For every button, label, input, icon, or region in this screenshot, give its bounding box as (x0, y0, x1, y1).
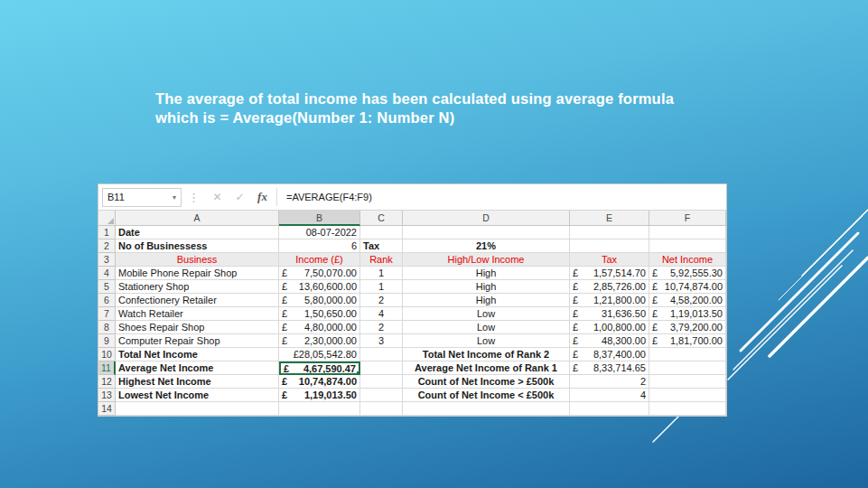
cell-D10[interactable]: Total Net Income of Rank 2 (403, 348, 570, 361)
cell-B1[interactable]: 08-07-2022 (279, 226, 360, 239)
col-header-B[interactable]: B (279, 211, 360, 226)
cell-C12[interactable] (360, 375, 403, 389)
row-header-2[interactable]: 2 (98, 239, 116, 253)
row-header-13[interactable]: 13 (98, 389, 116, 402)
cell-D9[interactable]: Low (403, 334, 570, 348)
cell-D8[interactable]: Low (403, 321, 570, 334)
cell-B10[interactable]: £28,05,542.80 (279, 348, 360, 361)
cell-B14[interactable] (279, 402, 360, 416)
cell-B13[interactable]: £1,19,013.50 (279, 389, 360, 402)
row-header-10[interactable]: 10 (98, 348, 116, 361)
cell-F10[interactable] (649, 348, 726, 361)
cell-C11[interactable] (360, 361, 403, 375)
cell-F12[interactable] (649, 375, 726, 389)
cell-F9[interactable]: £1,81,700.00 (649, 334, 726, 348)
cell-F3[interactable]: Net Income (649, 253, 726, 267)
row-header-6[interactable]: 6 (98, 294, 116, 307)
cell-A9[interactable]: Computer Repair Shop (116, 334, 279, 348)
cell-E14[interactable] (570, 402, 649, 416)
row-header-5[interactable]: 5 (98, 280, 116, 294)
cell-B2[interactable]: 6 (279, 239, 360, 253)
cell-E11[interactable]: £8,33,714.65 (570, 361, 649, 375)
row-header-14[interactable]: 14 (98, 402, 116, 416)
cell-A11[interactable]: Average Net Income (116, 361, 279, 375)
row-header-12[interactable]: 12 (98, 375, 116, 389)
cell-B12[interactable]: £10,74,874.00 (279, 375, 360, 389)
cell-F14[interactable] (649, 402, 726, 416)
col-header-E[interactable]: E (570, 211, 649, 226)
cell-F6[interactable]: £4,58,200.00 (649, 294, 726, 307)
cancel-icon[interactable]: ✕ (206, 191, 229, 203)
cell-C6[interactable]: 2 (360, 294, 403, 307)
cell-F5[interactable]: £10,74,874.00 (649, 280, 726, 294)
cell-E5[interactable]: £2,85,726.00 (570, 280, 649, 294)
cell-A4[interactable]: Mobile Phone Repair Shop (116, 267, 279, 280)
formula-input[interactable]: =AVERAGE(F4:F9) (280, 192, 372, 202)
cell-F4[interactable]: £5,92,555.30 (649, 267, 726, 280)
row-header-1[interactable]: 1 (98, 226, 116, 239)
cell-C10[interactable] (360, 348, 403, 361)
cell-B7[interactable]: £1,50,650.00 (279, 307, 360, 321)
cell-E7[interactable]: £31,636.50 (570, 307, 649, 321)
cell-D14[interactable] (403, 402, 570, 416)
cell-C14[interactable] (360, 402, 403, 416)
row-header-7[interactable]: 7 (98, 307, 116, 321)
cell-C4[interactable]: 1 (360, 267, 403, 280)
cell-D1[interactable] (403, 226, 570, 239)
cell-E1[interactable] (570, 226, 649, 239)
cell-C1[interactable] (360, 226, 403, 239)
cell-A10[interactable]: Total Net Income (116, 348, 279, 361)
name-box-dropdown-icon[interactable]: ▾ (173, 193, 176, 202)
cell-C9[interactable]: 3 (360, 334, 403, 348)
cell-E6[interactable]: £1,21,800.00 (570, 294, 649, 307)
cell-A3[interactable]: Business (116, 253, 279, 267)
cell-E2[interactable] (570, 239, 649, 253)
col-header-A[interactable]: A (116, 211, 279, 226)
cell-A7[interactable]: Watch Retailer (116, 307, 279, 321)
cell-E8[interactable]: £1,00,800.00 (570, 321, 649, 334)
cell-D12[interactable]: Count of Net Income > £500k (403, 375, 570, 389)
cell-B3[interactable]: Income (£) (279, 253, 360, 267)
select-all-corner[interactable] (98, 211, 116, 226)
cell-A5[interactable]: Stationery Shop (116, 280, 279, 294)
cell-D7[interactable]: Low (403, 307, 570, 321)
cell-F7[interactable]: £1,19,013.50 (649, 307, 726, 321)
cell-C5[interactable]: 1 (360, 280, 403, 294)
cell-F13[interactable] (649, 389, 726, 402)
cell-F2[interactable] (649, 239, 726, 253)
enter-icon[interactable]: ✓ (229, 191, 251, 203)
insert-function-icon[interactable]: fx (251, 190, 274, 204)
col-header-F[interactable]: F (649, 211, 726, 226)
row-header-9[interactable]: 9 (98, 334, 116, 348)
cell-C13[interactable] (360, 389, 403, 402)
cell-B11[interactable]: £4,67,590.47 (279, 361, 360, 375)
cell-D3[interactable]: High/Low Income (403, 253, 570, 267)
cell-B6[interactable]: £5,80,000.00 (279, 294, 360, 307)
col-header-D[interactable]: D (403, 211, 570, 226)
cell-D5[interactable]: High (403, 280, 570, 294)
cell-A8[interactable]: Shoes Repair Shop (116, 321, 279, 334)
cell-D6[interactable]: High (403, 294, 570, 307)
cell-B5[interactable]: £13,60,600.00 (279, 280, 360, 294)
cell-F11[interactable] (649, 361, 726, 375)
cell-C3[interactable]: Rank (360, 253, 403, 267)
row-header-11[interactable]: 11 (98, 361, 116, 375)
cell-A12[interactable]: Highest Net Income (116, 375, 279, 389)
row-header-8[interactable]: 8 (98, 321, 116, 334)
row-header-3[interactable]: 3 (98, 253, 116, 267)
cell-E3[interactable]: Tax (570, 253, 649, 267)
cell-D11[interactable]: Average Net Income of Rank 1 (403, 361, 570, 375)
name-box[interactable]: B11 ▾ (102, 188, 182, 207)
cell-F1[interactable] (649, 226, 726, 239)
cell-A2[interactable]: No of Businessess (116, 239, 279, 253)
cell-A6[interactable]: Confectionery Retailer (116, 294, 279, 307)
cell-F8[interactable]: £3,79,200.00 (649, 321, 726, 334)
cell-A13[interactable]: Lowest Net Income (116, 389, 279, 402)
cell-C2[interactable]: Tax (360, 239, 403, 253)
cell-A1[interactable]: Date (116, 226, 279, 239)
cell-D2[interactable]: 21% (403, 239, 570, 253)
cell-D13[interactable]: Count of Net Income < £500k (403, 389, 570, 402)
col-header-C[interactable]: C (360, 211, 403, 226)
cell-E4[interactable]: £1,57,514.70 (570, 267, 649, 280)
cell-D4[interactable]: High (403, 267, 570, 280)
